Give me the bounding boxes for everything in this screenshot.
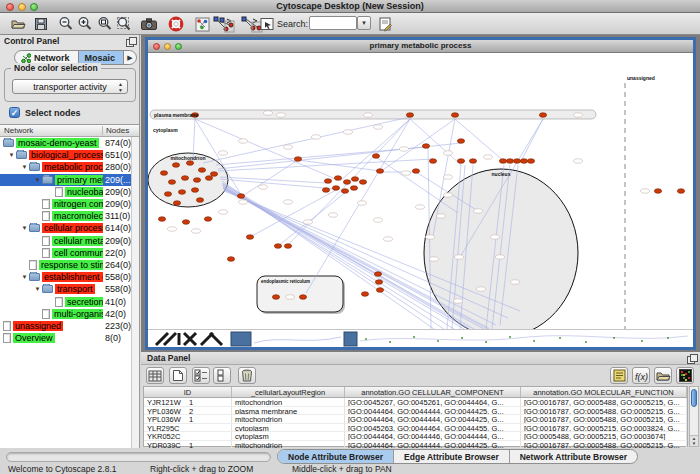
expand-triangle-icon[interactable]: ▼ (20, 225, 29, 231)
network-node[interactable] (375, 280, 382, 285)
tree-row[interactable]: Overview8(0) (0, 332, 131, 344)
network-node[interactable] (412, 169, 419, 174)
control-panel-scrollbar[interactable] (131, 137, 139, 448)
table-row[interactable]: YPL036W__2plasma membrane[GO:0044464, GO… (144, 407, 687, 416)
table-row[interactable]: YKR052Ccytoplasm[GO:0044464, GO:0044446,… (144, 432, 687, 441)
network-node[interactable] (284, 244, 291, 249)
network-node[interactable] (237, 194, 244, 199)
tree-row[interactable]: ▼metabolic process280(0) (0, 161, 131, 173)
tree-row[interactable]: ▼transport558(0) (0, 283, 131, 295)
expand-triangle-icon[interactable]: ▼ (20, 274, 29, 280)
data-panel-float-icon[interactable] (687, 354, 696, 363)
search-input[interactable] (309, 16, 357, 30)
tree-row[interactable]: ▼establishment of lo558(0) (0, 271, 131, 283)
network-node[interactable] (376, 288, 383, 293)
network-node[interactable] (429, 159, 436, 164)
node-color-dropdown[interactable]: transporter activity ▲▼ (12, 79, 128, 94)
network-node[interactable] (422, 144, 429, 149)
network-edge[interactable] (216, 147, 426, 165)
plasma-membrane-region[interactable] (150, 110, 596, 119)
save-session-icon[interactable] (32, 15, 50, 33)
attribute-form-icon[interactable] (610, 367, 628, 384)
float-panel-icon[interactable] (126, 37, 135, 46)
tab-overflow-arrow-icon[interactable]: ▶ (123, 51, 136, 64)
layout-network-icon[interactable] (212, 15, 236, 33)
tree-row[interactable]: cellular metabo209(0) (0, 235, 131, 247)
tree-col-network[interactable]: Network (4, 126, 33, 135)
network-node[interactable] (210, 172, 217, 177)
expand-triangle-icon[interactable]: ▼ (33, 286, 42, 292)
tab-network-attribute-browser[interactable]: Network Attribute Browser (509, 450, 637, 463)
tree-row[interactable]: response to stimulu264(0) (0, 259, 131, 271)
network-node[interactable] (196, 198, 203, 203)
tab-node-attribute-browser[interactable]: Node Attribute Browser (278, 450, 393, 463)
network-node[interactable] (376, 169, 383, 174)
network-node[interactable] (205, 176, 212, 181)
network-node[interactable] (341, 189, 348, 194)
unselect-attributes-icon[interactable] (213, 367, 231, 384)
network-edge[interactable] (376, 157, 458, 213)
network-node[interactable] (350, 186, 357, 191)
network-node[interactable] (274, 244, 281, 249)
tab-edge-attribute-browser[interactable]: Edge Attribute Browser (393, 450, 509, 463)
network-node[interactable] (324, 179, 331, 184)
function-builder-icon[interactable]: f(x) (632, 367, 650, 384)
network-edge[interactable] (380, 119, 455, 172)
col-function[interactable]: annotation.GO MOLECULAR_FUNCTION (521, 387, 687, 397)
network-edge[interactable] (520, 119, 543, 163)
network-node[interactable] (406, 113, 413, 118)
col-component[interactable]: annotation.GO CELLULAR_COMPONENT (345, 387, 521, 397)
network-node[interactable] (457, 139, 464, 144)
expand-triangle-icon[interactable]: ▼ (20, 164, 29, 170)
attribute-grid-icon[interactable] (146, 367, 164, 384)
network-node[interactable] (172, 163, 179, 168)
network-node[interactable] (294, 157, 301, 162)
table-scrollbar[interactable]: ▲▼ (689, 386, 699, 447)
zoom-out-icon[interactable] (57, 15, 75, 33)
network-node[interactable] (334, 176, 341, 181)
col-region[interactable]: _cellularLayoutRegion (232, 387, 345, 397)
network-node[interactable] (539, 113, 546, 118)
search-config-icon[interactable] (376, 15, 394, 33)
tree-row[interactable]: mosaic-demo-yeast874(0) (0, 137, 131, 149)
network-edge[interactable] (220, 177, 326, 183)
network-node[interactable] (182, 220, 189, 225)
tree-row[interactable]: multi-organism pro42(0) (0, 308, 131, 320)
network-node[interactable] (469, 159, 476, 164)
network-node[interactable] (343, 180, 350, 185)
network-node[interactable] (178, 190, 185, 195)
zoom-in-icon[interactable] (76, 15, 94, 33)
table-row[interactable]: YLR295Ccytoplasm[GO:0045263, GO:0044464,… (144, 424, 687, 433)
network-window-titlebar[interactable]: primary metabolic process (148, 40, 693, 53)
open-session-icon[interactable] (9, 15, 27, 33)
zoom-selected-region-icon[interactable] (96, 15, 114, 33)
network-node[interactable] (332, 186, 339, 191)
network-node[interactable] (173, 201, 180, 206)
snapshot-camera-icon[interactable] (140, 15, 158, 33)
network-node[interactable] (451, 113, 458, 118)
network-node[interactable] (506, 159, 513, 164)
network-node[interactable] (654, 189, 661, 194)
network-node[interactable] (513, 159, 520, 164)
network-node[interactable] (168, 180, 175, 185)
network-node[interactable] (198, 168, 205, 173)
network-node[interactable] (186, 161, 193, 166)
tree-row[interactable]: unassigned223(0) (0, 320, 131, 332)
network-node[interactable] (272, 295, 279, 300)
network-node[interactable] (372, 154, 379, 159)
tree-row[interactable]: ▼biological_process651(0) (0, 149, 131, 161)
table-row[interactable]: YPL036W__1mitochondrion[GO:0044464, GO:0… (144, 415, 687, 424)
network-node[interactable] (181, 176, 188, 181)
network-node[interactable] (351, 177, 358, 182)
col-id[interactable]: ID (144, 387, 232, 397)
tree-row[interactable]: secretion41(0) (0, 295, 131, 307)
zoom-fit-icon[interactable] (115, 15, 133, 33)
network-node[interactable] (246, 235, 253, 240)
network-canvas[interactable]: plasma membrane cytoplasm mitochondrion … (148, 53, 693, 347)
network-node[interactable] (191, 188, 198, 193)
select-attributes-icon[interactable] (192, 367, 210, 384)
search-dropdown-button[interactable]: ▾ (357, 16, 371, 30)
delete-attribute-icon[interactable] (238, 367, 256, 384)
annotation-icon[interactable] (258, 15, 276, 33)
network-node[interactable] (499, 159, 506, 164)
